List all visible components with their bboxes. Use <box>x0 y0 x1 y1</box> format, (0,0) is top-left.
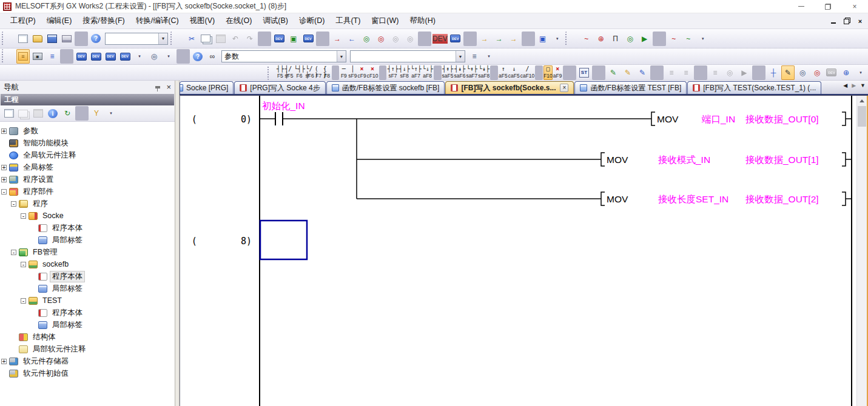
tab-label-setting-sockefb[interactable]: 函数/FB标签设置 sockefb [FB] <box>326 81 445 94</box>
help-ball-button[interactable]: ? <box>191 49 204 64</box>
menu-debug[interactable]: 调试(B) <box>257 13 294 28</box>
device-monitor-button[interactable]: ▣ <box>287 32 300 46</box>
falling-pulse-branch-key[interactable]: └↓├aF8 <box>422 65 433 80</box>
expander-icon[interactable]: - <box>21 262 26 267</box>
expander-icon[interactable]: + <box>1 165 7 170</box>
combo-dropdown-icon[interactable]: ▼ <box>158 33 167 44</box>
tab-label-setting-test[interactable]: 函数/FB标签设置 TEST [FB] <box>574 81 687 94</box>
tree-item-global-label[interactable]: + 全局标签 <box>0 161 175 173</box>
monitor-write-mode-icon[interactable]: ◎ <box>810 65 824 80</box>
pulse-result-key[interactable]: ↓caF5 <box>508 65 520 80</box>
toolbar1-overflow-icon-2[interactable]: ▾ <box>696 32 710 46</box>
tab-menu-icon[interactable]: ▼ <box>860 82 866 88</box>
open-contact-key[interactable]: ┤├F5 <box>276 65 284 80</box>
menu-window[interactable]: 窗口(W) <box>366 13 404 28</box>
device-combo[interactable]: 参数 ▼ <box>221 50 346 62</box>
device-hex-display-button[interactable]: DEV <box>301 32 315 46</box>
connect-line-edit-icon[interactable]: ┼ <box>767 65 780 80</box>
sort-filter-icon[interactable]: Y <box>90 106 103 121</box>
menu-compile[interactable]: 转换/编译(C) <box>130 13 184 28</box>
output-window-button[interactable]: ≡ <box>45 49 59 64</box>
rising-pulse-not-key[interactable]: ┤↟├saF5 <box>442 65 454 80</box>
expander-icon[interactable]: - <box>1 189 7 195</box>
device-reference-button[interactable]: DEV <box>104 49 117 64</box>
tree-item-test-local-label[interactable]: 局部标签 <box>0 319 175 331</box>
horizontal-line-key[interactable]: ─F9 <box>340 65 348 80</box>
delete-vertical-line-key[interactable]: ×cF10 <box>367 65 378 80</box>
find-menu-icon[interactable]: ▾ <box>162 49 175 64</box>
write-mode-icon[interactable]: ✎ <box>781 65 795 80</box>
device-read-button[interactable]: DEV <box>449 32 462 46</box>
expander-icon[interactable]: - <box>21 213 26 219</box>
falling-pulse-not-key[interactable]: ┤↡├saF6 <box>454 65 465 80</box>
tree-item-socke[interactable]: - Socke <box>0 210 175 222</box>
menu-view[interactable]: 视图(V) <box>184 13 221 28</box>
device-write-button[interactable]: DEV <box>432 32 448 46</box>
new-data-icon[interactable] <box>2 106 16 121</box>
tree-item-global-device-comment[interactable]: 全局软元件注释 <box>0 149 175 161</box>
scrollbar-thumb[interactable] <box>858 106 866 127</box>
cut-button[interactable]: ✂ <box>185 32 198 46</box>
device-comment-button[interactable]: DEV <box>272 32 286 46</box>
value-combo[interactable]: ▼ <box>350 50 465 62</box>
zoom-icon[interactable]: ⊕ <box>839 65 853 80</box>
st-program-icon[interactable]: ST <box>577 65 591 80</box>
tree-item-sockefb-local-label[interactable]: 局部标签 <box>0 282 175 295</box>
input-instruction-key[interactable]: □F10 <box>543 65 553 80</box>
expander-icon[interactable]: + <box>1 177 7 182</box>
monitor-mode-icon[interactable]: ◎ <box>796 65 809 80</box>
menu-find-replace[interactable]: 搜索/替换(F) <box>77 13 130 28</box>
tree-item-sockefb[interactable]: - sockefb <box>0 258 175 270</box>
print-button[interactable] <box>60 32 73 46</box>
tree-item-fb-mgmt[interactable]: - FB管理 <box>0 246 175 258</box>
application-instruction-key[interactable]: { }F8 <box>323 65 331 80</box>
delete-horizontal-line-key[interactable]: ×cF9 <box>357 65 366 80</box>
expander-icon[interactable]: + <box>1 359 7 364</box>
mdi-restore-button[interactable] <box>843 18 851 25</box>
help-button[interactable]: ? <box>89 32 103 46</box>
tree-item-sockefb-body[interactable]: 程序本体 <box>0 270 175 282</box>
pulse-trace-button[interactable]: Π <box>609 32 622 46</box>
rising-pulse-branch-key[interactable]: └↑├aF7 <box>411 65 422 80</box>
tab-close-icon[interactable]: × <box>560 84 568 92</box>
tab-socke-prg[interactable]: Socke [PRG] <box>180 81 234 94</box>
falling-pulse-not-branch-key[interactable]: └↡├saF8 <box>478 65 490 80</box>
tree-item-device-memory[interactable]: + 软元件存储器 <box>0 355 175 367</box>
toolbar2-overflow-icon[interactable]: ▾ <box>482 49 496 64</box>
device-display-button[interactable]: DEV <box>118 49 132 64</box>
toolbar3-overflow-icon[interactable]: ▾ <box>854 65 867 80</box>
data-info-icon[interactable]: i <box>46 106 59 121</box>
read-from-plc-button[interactable]: ← <box>345 32 358 46</box>
tab-fb-write-test[interactable]: [FB]写入 TEST(Socke.TEST_1) (... <box>687 81 821 94</box>
transfer-setup-button[interactable]: → <box>478 32 491 46</box>
menu-tool[interactable]: 工具(T) <box>330 13 366 28</box>
device-comment-display-button[interactable]: DEV <box>75 49 88 64</box>
restore-button[interactable] <box>815 0 841 13</box>
copy-button[interactable] <box>200 32 213 46</box>
new-project-button[interactable] <box>16 32 30 46</box>
menu-edit[interactable]: 编辑(E) <box>41 13 78 28</box>
trace-register-button[interactable]: ⊕ <box>594 32 608 46</box>
tab-scroll-right-icon[interactable]: ▶ <box>852 82 856 88</box>
tree-item-program[interactable]: - 程序 <box>0 198 175 210</box>
open-branch-key[interactable]: └┤├F6 <box>294 65 305 80</box>
mdi-minimize-button[interactable] <box>829 18 838 25</box>
tree-item-pou[interactable]: - 程序部件 <box>0 185 175 198</box>
ladder-editor-canvas[interactable]: ( 0) 初始化_IN MOV 端口_IN 接收数据_OUT[0] <box>180 95 868 406</box>
scroll-up-icon[interactable] <box>857 96 867 105</box>
device-display-menu-icon[interactable]: ▾ <box>133 49 146 64</box>
tab-fb-write-sockefb[interactable]: [FB]写入 sockefb(Socke.s... × <box>445 81 574 94</box>
remote-operation-button[interactable]: ▣ <box>536 32 550 46</box>
delete-edge-key[interactable]: ×aF9 <box>553 65 562 80</box>
toolbar-combo[interactable]: ▼ <box>105 33 168 45</box>
mdi-close-button[interactable]: × <box>856 18 864 25</box>
tree-item-intelligent-module[interactable]: 智能功能模块 <box>0 137 175 149</box>
transfer-verify-button[interactable]: → <box>493 32 506 46</box>
menu-diagnostics[interactable]: 诊断(D) <box>294 13 330 28</box>
close-branch-key[interactable]: └/├sF6 <box>306 65 314 80</box>
monitor-start-button[interactable]: ◎ <box>360 32 373 46</box>
menu-help[interactable]: 帮助(H) <box>404 13 440 28</box>
transfer-other-button[interactable]: → <box>507 32 520 46</box>
tree-item-test[interactable]: - TEST <box>0 295 175 307</box>
watch-register-button[interactable]: ~ <box>667 32 681 46</box>
